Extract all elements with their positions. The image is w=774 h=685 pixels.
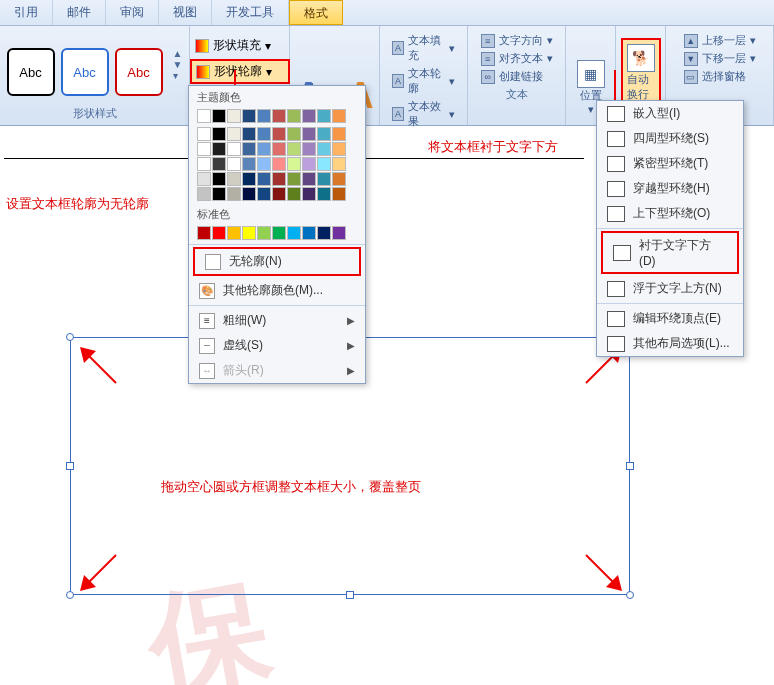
tab-view[interactable]: 视图: [159, 0, 212, 25]
color-swatch[interactable]: [227, 226, 241, 240]
wrap-front-item[interactable]: 浮于文字上方(N): [597, 276, 743, 301]
color-swatch[interactable]: [302, 187, 316, 201]
color-swatch[interactable]: [212, 172, 226, 186]
color-swatch[interactable]: [302, 142, 316, 156]
tab-devtools[interactable]: 开发工具: [212, 0, 289, 25]
text-direction-button[interactable]: ≡文字方向 ▾: [477, 32, 557, 49]
wrap-tight-item[interactable]: 紧密型环绕(T): [597, 151, 743, 176]
resize-handle-s[interactable]: [346, 591, 354, 599]
color-swatch[interactable]: [257, 142, 271, 156]
color-swatch[interactable]: [317, 187, 331, 201]
color-swatch[interactable]: [287, 109, 301, 123]
color-swatch[interactable]: [242, 142, 256, 156]
wrap-edit-points-item[interactable]: 编辑环绕顶点(E): [597, 306, 743, 331]
color-swatch[interactable]: [212, 109, 226, 123]
color-swatch[interactable]: [302, 226, 316, 240]
color-swatch[interactable]: [287, 157, 301, 171]
color-swatch[interactable]: [317, 142, 331, 156]
color-swatch[interactable]: [302, 109, 316, 123]
style-preset-3[interactable]: Abc: [115, 48, 163, 96]
color-swatch[interactable]: [227, 187, 241, 201]
color-swatch[interactable]: [212, 187, 226, 201]
tab-format[interactable]: 格式: [289, 0, 343, 25]
color-swatch[interactable]: [332, 172, 346, 186]
color-swatch[interactable]: [272, 226, 286, 240]
send-backward-button[interactable]: ▼下移一层 ▾: [680, 50, 760, 67]
wrap-inline-item[interactable]: 嵌入型(I): [597, 101, 743, 126]
weight-item[interactable]: ≡粗细(W)▶: [189, 308, 365, 333]
resize-handle-w[interactable]: [66, 462, 74, 470]
color-swatch[interactable]: [332, 187, 346, 201]
color-swatch[interactable]: [227, 142, 241, 156]
style-gallery-scroll[interactable]: ▲▼▾: [173, 48, 183, 96]
align-text-button[interactable]: ≡对齐文本 ▾: [477, 50, 557, 67]
color-swatch[interactable]: [197, 226, 211, 240]
color-swatch[interactable]: [317, 157, 331, 171]
color-swatch[interactable]: [212, 127, 226, 141]
resize-handle-nw[interactable]: [66, 333, 74, 341]
color-swatch[interactable]: [212, 142, 226, 156]
color-swatch[interactable]: [197, 187, 211, 201]
resize-handle-se[interactable]: [626, 591, 634, 599]
color-swatch[interactable]: [212, 226, 226, 240]
text-outline-button[interactable]: A文本轮廓 ▾: [388, 65, 459, 97]
color-swatch[interactable]: [287, 172, 301, 186]
color-swatch[interactable]: [212, 157, 226, 171]
dashes-item[interactable]: ┄虚线(S)▶: [189, 333, 365, 358]
color-swatch[interactable]: [242, 157, 256, 171]
no-outline-item[interactable]: 无轮廓(N): [193, 247, 361, 276]
color-swatch[interactable]: [257, 127, 271, 141]
color-swatch[interactable]: [287, 142, 301, 156]
tab-review[interactable]: 审阅: [106, 0, 159, 25]
color-swatch[interactable]: [272, 109, 286, 123]
color-swatch[interactable]: [257, 172, 271, 186]
bring-forward-button[interactable]: ▲上移一层 ▾: [680, 32, 760, 49]
color-swatch[interactable]: [197, 109, 211, 123]
color-swatch[interactable]: [272, 172, 286, 186]
color-swatch[interactable]: [332, 127, 346, 141]
selection-pane-button[interactable]: ▭选择窗格: [680, 68, 760, 85]
color-swatch[interactable]: [302, 157, 316, 171]
resize-handle-sw[interactable]: [66, 591, 74, 599]
color-swatch[interactable]: [242, 226, 256, 240]
shape-outline-button[interactable]: 形状轮廓 ▾: [190, 59, 290, 84]
color-swatch[interactable]: [302, 127, 316, 141]
shape-fill-button[interactable]: 形状填充 ▾: [190, 34, 290, 57]
more-outline-colors-item[interactable]: 🎨其他轮廓颜色(M)...: [189, 278, 365, 303]
color-swatch[interactable]: [227, 109, 241, 123]
color-swatch[interactable]: [332, 109, 346, 123]
color-swatch[interactable]: [197, 157, 211, 171]
color-swatch[interactable]: [227, 172, 241, 186]
wrap-square-item[interactable]: 四周型环绕(S): [597, 126, 743, 151]
color-swatch[interactable]: [242, 127, 256, 141]
color-swatch[interactable]: [317, 109, 331, 123]
color-swatch[interactable]: [197, 142, 211, 156]
create-link-button[interactable]: ∞创建链接: [477, 68, 557, 85]
wrap-more-item[interactable]: 其他布局选项(L)...: [597, 331, 743, 356]
color-swatch[interactable]: [242, 187, 256, 201]
tab-references[interactable]: 引用: [0, 0, 53, 25]
color-swatch[interactable]: [332, 142, 346, 156]
color-swatch[interactable]: [317, 127, 331, 141]
color-swatch[interactable]: [332, 226, 346, 240]
wrap-through-item[interactable]: 穿越型环绕(H): [597, 176, 743, 201]
text-effect-button[interactable]: A文本效果 ▾: [388, 98, 459, 130]
color-swatch[interactable]: [242, 109, 256, 123]
color-swatch[interactable]: [287, 127, 301, 141]
color-swatch[interactable]: [272, 187, 286, 201]
color-swatch[interactable]: [272, 142, 286, 156]
style-preset-1[interactable]: Abc: [7, 48, 55, 96]
color-swatch[interactable]: [197, 127, 211, 141]
color-swatch[interactable]: [317, 172, 331, 186]
color-swatch[interactable]: [257, 109, 271, 123]
color-swatch[interactable]: [287, 187, 301, 201]
color-swatch[interactable]: [287, 226, 301, 240]
color-swatch[interactable]: [257, 187, 271, 201]
style-preset-2[interactable]: Abc: [61, 48, 109, 96]
color-swatch[interactable]: [227, 157, 241, 171]
wrap-topbottom-item[interactable]: 上下型环绕(O): [597, 201, 743, 226]
color-swatch[interactable]: [227, 127, 241, 141]
color-swatch[interactable]: [302, 172, 316, 186]
color-swatch[interactable]: [257, 157, 271, 171]
tab-mailings[interactable]: 邮件: [53, 0, 106, 25]
